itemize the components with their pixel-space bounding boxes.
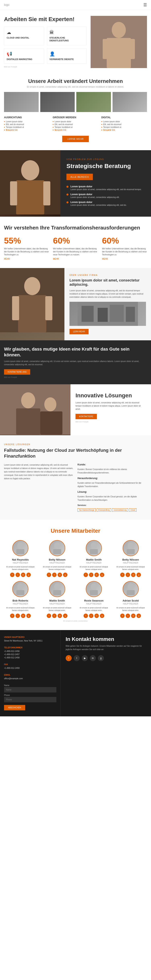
fall-tags: Tax Warteschlange Finanzprüfung Automati… bbox=[77, 508, 147, 512]
innovative-section: Innovative Lösungen Lorem ipsum dolor si… bbox=[0, 384, 151, 435]
mit-socials-6: f t in g bbox=[77, 614, 110, 618]
mit-facebook-7[interactable]: f bbox=[120, 614, 125, 618]
transform-link-1[interactable]: MEHR bbox=[53, 258, 98, 260]
hero-card-2[interactable]: 📢 DIGITALES MARKETING bbox=[4, 48, 44, 64]
svg-rect-7 bbox=[16, 180, 44, 215]
mit-google-6[interactable]: g bbox=[100, 614, 104, 618]
contact-facebook[interactable]: f bbox=[66, 655, 72, 661]
mit-linkedin-3[interactable]: in bbox=[131, 573, 135, 577]
contact-office: UNSER HAUPTBÜRO Street Nr Warehouse, New… bbox=[4, 636, 56, 643]
mit-google-4[interactable]: g bbox=[26, 614, 31, 618]
svg-rect-32 bbox=[127, 549, 135, 554]
mit-socials-4: f t in g bbox=[4, 614, 37, 618]
work-images bbox=[4, 92, 147, 112]
work-learn-more-button[interactable]: LERNE MEHR bbox=[62, 136, 89, 142]
strategic-section: VOM PROBLEM ZUR LÖSUNG Strategische Bera… bbox=[0, 150, 151, 216]
svg-rect-18 bbox=[110, 305, 124, 322]
contact-youtube[interactable]: ▶ bbox=[82, 655, 88, 661]
contact-submit-button[interactable]: ABSCHICKEN bbox=[4, 705, 25, 710]
contact-twitter[interactable]: t bbox=[74, 655, 80, 661]
mitarbeiter-source: Et ornare et amet, consectetur bbox=[4, 620, 147, 622]
mit-twitter-3[interactable]: t bbox=[125, 573, 130, 577]
firma-content: ÜBER UNSERE FIRMA Lorem ipsum dolor sit … bbox=[64, 268, 151, 340]
svg-point-35 bbox=[54, 583, 60, 590]
hero-card-1[interactable]: 🏛 STEUERLICHE DIENSTLEISTUNG bbox=[47, 27, 87, 45]
transform-link-0[interactable]: MEHR bbox=[4, 258, 49, 260]
contact-right-title: In Kontakt kommen bbox=[66, 636, 146, 642]
contact-val-fax: +1-800-012-2459 bbox=[4, 667, 56, 670]
ideen-button[interactable]: KONTAKTIERE UNS bbox=[4, 369, 30, 375]
contact-right-text: Bitte geben Sie Ihr Anliegen bekannt. Un… bbox=[66, 644, 146, 651]
work-col-item-1-1: Elit, sed do eiusmod bbox=[53, 123, 98, 126]
mit-socials-7: f t in g bbox=[114, 614, 147, 618]
mit-facebook-2[interactable]: f bbox=[84, 573, 88, 577]
contact-label-phone: TELEFONNUMMER bbox=[4, 646, 56, 649]
fall-right: Kunde: Kunden: Bonner Corporation ist ei… bbox=[77, 463, 147, 512]
mitarbeiter-row1: Nat Reynolds HAUPTREDNER Et ornare et am… bbox=[4, 540, 147, 577]
navbar: logo ☰ bbox=[0, 0, 151, 10]
svg-rect-34 bbox=[16, 590, 24, 595]
strategic-steps: Lorem ipsum dolor Lorem ipsum dolor sit … bbox=[66, 185, 145, 208]
hero-card-title-0: CLOUD UND DIGITAL bbox=[6, 37, 41, 39]
mit-name-3: Betty Nilssen bbox=[114, 558, 147, 561]
mit-linkedin-6[interactable]: in bbox=[95, 614, 99, 618]
hero-card-3[interactable]: 👤 VERWANDTE DIENSTE bbox=[47, 48, 87, 64]
hero-card-0[interactable]: ☁ CLOUD UND DIGITAL bbox=[4, 27, 44, 45]
mit-facebook-6[interactable]: f bbox=[84, 614, 88, 618]
mit-google-0[interactable]: g bbox=[26, 573, 31, 577]
mit-facebook-4[interactable]: f bbox=[10, 614, 14, 618]
mit-linkedin-4[interactable]: in bbox=[21, 614, 26, 618]
work-col-item-0-3[interactable]: Beispiele link bbox=[4, 129, 50, 131]
mit-google-2[interactable]: g bbox=[100, 573, 104, 577]
work-col-item-2-2: Tempor incididunt ut bbox=[101, 126, 147, 128]
mit-linkedin-7[interactable]: in bbox=[131, 614, 135, 618]
mit-google-7[interactable]: g bbox=[137, 614, 141, 618]
mit-card-betty-nilssen-1: Betty Nilssen HAUPTREDNER Et ornare et a… bbox=[114, 540, 147, 577]
form-name-input[interactable] bbox=[4, 687, 56, 692]
form-phone-input[interactable] bbox=[4, 697, 56, 702]
ideen-source: Bild von Freepik bbox=[4, 376, 147, 378]
mit-linkedin-1[interactable]: in bbox=[58, 573, 62, 577]
transform-link-2[interactable]: MEHR bbox=[102, 258, 147, 260]
work-col-item-1-3[interactable]: Beispiele link bbox=[53, 129, 98, 131]
contact-google[interactable]: g bbox=[98, 655, 104, 661]
mit-twitter-1[interactable]: t bbox=[52, 573, 56, 577]
mit-linkedin-5[interactable]: in bbox=[58, 614, 62, 618]
innovative-button[interactable]: KONTAKTIERE bbox=[76, 414, 97, 419]
strategic-step-1: Lorem ipsum dolor Lorem ipsum dolor sit … bbox=[66, 193, 145, 198]
mit-facebook-5[interactable]: f bbox=[47, 614, 51, 618]
mit-twitter-4[interactable]: t bbox=[16, 614, 20, 618]
fall-right-text-0: Kunden: Bonner Corporation ist ein mittl… bbox=[77, 468, 147, 474]
step-text-1: Lorem ipsum dolor sit amet, consectetur … bbox=[71, 196, 119, 198]
strategic-person-svg bbox=[0, 150, 60, 215]
mit-socials-5: f t in g bbox=[41, 614, 74, 618]
mit-text-5: Et ornare et amet euismod volutpat fames… bbox=[41, 606, 74, 612]
transform-columns: 55% Wir helfen Unternehmen dabei, das di… bbox=[4, 236, 147, 260]
work-col-item-2-3[interactable]: Beispiele link bbox=[101, 129, 147, 131]
mit-google-3[interactable]: g bbox=[137, 573, 141, 577]
work-col-1: GRÖSSER WERDEN Lorem ipsum dolor Elit, s… bbox=[53, 116, 98, 132]
fall-tag-3: Cloud bbox=[129, 508, 137, 512]
mit-facebook-3[interactable]: f bbox=[120, 573, 125, 577]
mit-google-5[interactable]: g bbox=[63, 614, 67, 618]
mit-twitter-0[interactable]: t bbox=[16, 573, 20, 577]
mit-linkedin-0[interactable]: in bbox=[21, 573, 26, 577]
mit-facebook-0[interactable]: f bbox=[10, 573, 14, 577]
mit-twitter-6[interactable]: t bbox=[89, 614, 93, 618]
mit-facebook-1[interactable]: f bbox=[47, 573, 51, 577]
contact-linkedin[interactable]: in bbox=[90, 655, 96, 661]
mit-twitter-7[interactable]: t bbox=[125, 614, 130, 618]
nav-menu-icon[interactable]: ☰ bbox=[143, 2, 147, 7]
mit-avatar-0 bbox=[12, 540, 28, 556]
strategic-button[interactable]: ALLE BEREICH bbox=[66, 174, 93, 180]
step-title-2: Lorem ipsum dolor bbox=[71, 201, 127, 204]
mit-twitter-2[interactable]: t bbox=[89, 573, 93, 577]
work-col-item-2-1: Elit, sed do eiusmod bbox=[101, 123, 147, 126]
firma-button[interactable]: LERN MEHR bbox=[69, 329, 88, 334]
mit-twitter-5[interactable]: t bbox=[52, 614, 56, 618]
mit-role-6: HAUPTREDNER bbox=[77, 603, 110, 605]
mit-name-4: Bob Roberts bbox=[4, 599, 37, 602]
mit-google-1[interactable]: g bbox=[63, 573, 67, 577]
mit-linkedin-2[interactable]: in bbox=[95, 573, 99, 577]
contact-val-phone: +1-800-012-2456 +1-800-012-2457 +1-800-0… bbox=[4, 650, 56, 659]
